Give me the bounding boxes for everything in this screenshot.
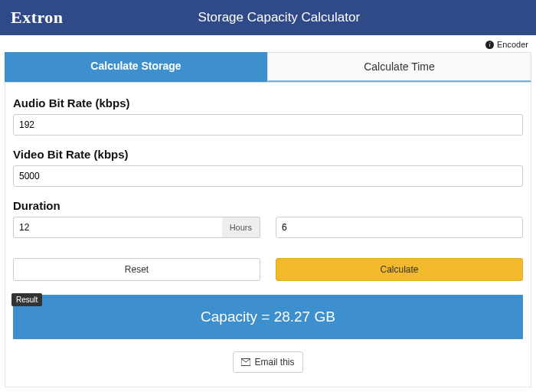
reset-button[interactable]: Reset — [13, 258, 260, 281]
tab-calculate-storage[interactable]: Calculate Storage — [5, 52, 267, 82]
result-bar: Capacity = 28.27 GB — [13, 295, 523, 339]
tabs: Calculate Storage Calculate Time — [5, 52, 531, 83]
audio-bitrate-input[interactable] — [13, 114, 523, 136]
calculate-button[interactable]: Calculate — [276, 258, 523, 281]
duration-unit: Hours — [222, 217, 260, 238]
audio-label: Audio Bit Rate (kbps) — [13, 96, 523, 109]
video-label: Video Bit Rate (kbps) — [13, 148, 523, 161]
envelope-icon — [241, 358, 250, 367]
duration-hours-input[interactable] — [13, 217, 222, 238]
tab-calculate-time[interactable]: Calculate Time — [267, 52, 531, 82]
encoder-label: Encoder — [497, 40, 528, 49]
duration-minutes-input[interactable] — [276, 217, 523, 238]
result-tag: Result — [11, 293, 42, 306]
page-title: Storage Capacity Calculator — [33, 10, 525, 25]
top-bar: Extron Storage Capacity Calculator — [0, 0, 536, 35]
email-this-button[interactable]: Email this — [233, 351, 302, 373]
form-card: Audio Bit Rate (kbps) Video Bit Rate (kb… — [5, 83, 531, 387]
duration-label: Duration — [13, 199, 523, 212]
info-icon[interactable]: i — [485, 41, 494, 49]
result-block: Result Capacity = 28.27 GB — [13, 295, 523, 339]
video-bitrate-input[interactable] — [13, 165, 523, 187]
encoder-row: i Encoder — [0, 35, 536, 52]
email-this-label: Email this — [254, 357, 294, 368]
